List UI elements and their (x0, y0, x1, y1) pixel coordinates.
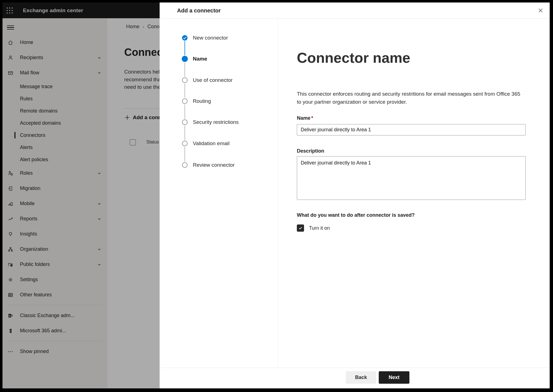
wizard-step-routing[interactable]: Routing (160, 98, 278, 104)
next-button[interactable]: Next (379, 371, 409, 384)
wizard-content: Connector name This connector enforces r… (278, 19, 550, 368)
step-upcoming-icon (182, 98, 188, 104)
step-description: This connector enforces routing and secu… (297, 90, 520, 106)
step-heading: Connector name (297, 49, 410, 66)
connector-description-textarea[interactable]: Deliver journal directly to Area 1 (297, 156, 526, 200)
wizard-step-new-connector[interactable]: New connector (160, 35, 278, 41)
back-button[interactable]: Back (346, 371, 376, 384)
wizard-step-security-restrictions[interactable]: Security restrictions (160, 119, 278, 126)
close-button[interactable] (536, 6, 545, 15)
dialog-header: Add a connector (160, 2, 550, 19)
step-description-line: This connector enforces routing and secu… (297, 90, 520, 98)
step-connector-line (185, 147, 185, 162)
dialog-footer: Back Next (160, 368, 550, 388)
wizard-step-use-of-connector[interactable]: Use of connector (160, 77, 278, 83)
turn-it-on-checkbox-row[interactable]: Turn it on (297, 224, 330, 232)
wizard-step-name[interactable]: Name (160, 56, 278, 62)
step-connector-line (185, 62, 185, 77)
wizard-step-label: Use of connector (193, 77, 233, 83)
wizard-step-review-connector[interactable]: Review connector (160, 162, 278, 168)
name-label-text: Name (297, 115, 310, 121)
turn-it-on-label: Turn it on (309, 225, 330, 231)
dialog-body: New connector Name Use of connector Rout… (160, 19, 550, 368)
required-asterisk: * (311, 115, 313, 121)
wizard-step-validation-email[interactable]: Validation email (160, 140, 278, 147)
step-upcoming-icon (182, 77, 188, 83)
wizard-step-label: Name (193, 56, 207, 62)
step-connector-line (185, 126, 185, 140)
connector-name-input[interactable] (297, 124, 526, 135)
step-completed-icon (182, 35, 188, 41)
wizard-step-label: New connector (193, 35, 228, 41)
close-icon (538, 8, 543, 13)
after-save-question: What do you want to do after connector i… (297, 212, 415, 218)
step-upcoming-icon (182, 162, 188, 168)
wizard-steps: New connector Name Use of connector Rout… (160, 19, 278, 368)
step-connector-line (185, 83, 185, 98)
wizard-step-label: Routing (193, 98, 211, 104)
add-connector-dialog: Add a connector New connector Name (160, 2, 550, 388)
checkbox-checked-icon[interactable] (297, 224, 304, 232)
step-connector-line (185, 41, 185, 55)
description-field-label: Description (297, 148, 324, 154)
step-connector-line (185, 104, 185, 119)
step-upcoming-icon (182, 119, 188, 125)
exchange-admin-app: Exchange admin center Home Recipients (2, 2, 550, 388)
wizard-step-label: Security restrictions (193, 119, 239, 125)
name-field-label: Name* (297, 115, 313, 121)
step-description-line: to your partner organization or service … (297, 98, 520, 106)
step-current-icon (182, 56, 188, 62)
dialog-title: Add a connector (177, 2, 221, 19)
wizard-step-label: Validation email (193, 140, 230, 147)
wizard-step-label: Review connector (193, 162, 235, 168)
step-upcoming-icon (182, 141, 188, 146)
